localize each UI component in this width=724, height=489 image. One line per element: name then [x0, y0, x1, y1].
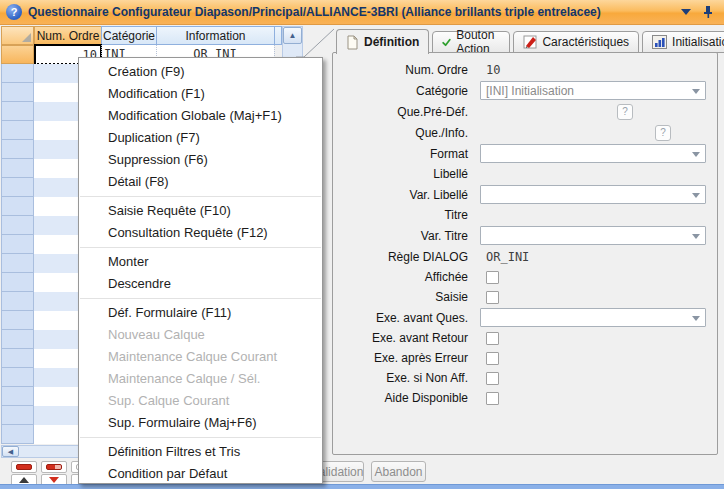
num-ordre-label: Num. Ordre — [340, 63, 480, 77]
menu-item-sup-formulaire[interactable]: Sup. Formulaire (Maj+F6) — [79, 412, 322, 434]
menu-item-modification[interactable]: Modification (F1) — [79, 83, 322, 105]
menu-separator — [80, 196, 321, 197]
form-row-exe-avant-retour: Exe. avant Retour — [340, 328, 712, 348]
form-row-aide-disponible: Aide Disponible — [340, 388, 712, 408]
menu-item-condition-par-defaut[interactable]: Condition par Défaut — [79, 463, 322, 485]
column-header-num-ordre[interactable]: Num. Ordre — [34, 26, 102, 45]
column-header-information[interactable]: Information — [156, 26, 275, 45]
affichee-checkbox[interactable] — [486, 271, 499, 284]
form-row-exe-apres-erreur: Exe. après Erreur — [340, 348, 712, 368]
combo-arrow-icon — [692, 316, 700, 321]
empty-row-selectors[interactable] — [1, 64, 34, 444]
format-label: Format — [340, 147, 480, 161]
menu-item-detail[interactable]: Détail (F8) — [79, 171, 322, 193]
menu-item-sup-calque-courant: Sup. Calque Courant — [79, 390, 322, 412]
help-icon[interactable]: ? — [6, 4, 22, 20]
saisie-checkbox[interactable] — [486, 291, 499, 304]
column-header-categorie[interactable]: Catégorie — [101, 26, 157, 45]
menu-separator — [80, 437, 321, 438]
select-all-triangle-icon — [22, 33, 31, 42]
tab-caracteristiques[interactable]: Caractéristiques — [513, 31, 639, 53]
exe-avant-ques-label: Exe. avant Ques. — [340, 311, 480, 325]
form-row-titre: Titre — [340, 205, 712, 225]
form-row-libelle: Libellé — [340, 164, 712, 184]
menu-item-suppression[interactable]: Suppression (F6) — [79, 149, 322, 171]
context-menu: Création (F9) Modification (F1) Modifica… — [78, 57, 323, 484]
que-info-label: Que./Info. — [340, 126, 480, 140]
var-libelle-label: Var. Libellé — [340, 188, 480, 202]
combo-arrow-icon — [692, 193, 700, 198]
form-row-exe-avant-ques: Exe. avant Ques. — [340, 307, 712, 328]
titre-label: Titre — [340, 208, 480, 222]
abandon-button[interactable]: Abandon — [371, 461, 426, 482]
menu-item-maintenance-calque-sel: Maintenance Calque / Sél. — [79, 368, 322, 390]
check-icon — [442, 36, 451, 49]
definition-form: Num. Ordre 10 Catégorie [INI] Initialisa… — [340, 60, 712, 408]
tab-definition[interactable]: Définition — [336, 29, 429, 54]
form-row-regle-dialog: Règle DIALOG OR_INI — [340, 246, 712, 267]
menu-item-descendre[interactable]: Descendre — [79, 273, 322, 295]
red-bar-button[interactable] — [11, 461, 37, 473]
categorie-selected-value: [INI] Initialisation — [486, 84, 574, 98]
title-bar: ? Questionnaire Configurateur Diapason/P… — [0, 0, 724, 25]
menu-item-def-formulaire[interactable]: Déf. Formulaire (F11) — [79, 302, 322, 324]
aide-disponible-checkbox[interactable] — [486, 392, 499, 405]
form-row-var-titre: Var. Titre — [340, 225, 712, 246]
que-pre-def-label: Que.Pré-Déf. — [340, 105, 480, 119]
exe-si-non-aff-label: Exe. si Non Aff. — [340, 371, 480, 385]
partial-bar-icon — [46, 464, 62, 470]
saisie-label: Saisie — [340, 290, 480, 304]
bar-chart-icon — [652, 35, 667, 49]
var-libelle-select[interactable] — [480, 185, 706, 204]
pin-icon[interactable] — [703, 5, 714, 19]
form-row-categorie: Catégorie [INI] Initialisation — [340, 80, 712, 101]
window-title: Questionnaire Configurateur Diapason/Pri… — [28, 5, 601, 19]
exe-apres-erreur-checkbox[interactable] — [486, 352, 499, 365]
tab-initialisation[interactable]: Initialisation — [642, 31, 724, 53]
format-select[interactable] — [480, 144, 706, 163]
num-ordre-value: 10 — [480, 63, 500, 77]
tab-label: Initialisation — [672, 35, 724, 49]
menu-item-duplication[interactable]: Duplication (F7) — [79, 127, 322, 149]
menu-separator — [80, 298, 321, 299]
form-row-que-pre-def: Que.Pré-Déf. ? — [340, 101, 712, 122]
document-icon — [346, 35, 359, 50]
up-triangle-icon — [19, 477, 29, 483]
tab-label: Caractéristiques — [542, 35, 629, 49]
row-selector-active[interactable] — [1, 45, 34, 64]
menu-item-modification-globale[interactable]: Modification Globale (Maj+F1) — [79, 105, 322, 127]
menu-item-maintenance-calque-courant: Maintenance Calque Courant — [79, 346, 322, 368]
column-header-partial — [274, 26, 282, 45]
form-row-format: Format — [340, 143, 712, 164]
menu-item-consultation-requete[interactable]: Consultation Requête (F12) — [79, 222, 322, 244]
que-info-help-button[interactable]: ? — [655, 125, 671, 141]
panel-connector-line — [295, 26, 337, 60]
var-titre-select[interactable] — [480, 226, 706, 245]
exe-avant-retour-checkbox[interactable] — [486, 332, 499, 345]
exe-avant-ques-select[interactable] — [480, 308, 706, 327]
regle-dialog-value: OR_INI — [480, 250, 529, 264]
menu-item-saisie-requete[interactable]: Saisie Requête (F10) — [79, 200, 322, 222]
tab-label: Définition — [364, 35, 419, 49]
scroll-left-button[interactable]: ◀ — [2, 446, 19, 457]
aide-disponible-label: Aide Disponible — [340, 391, 480, 405]
form-row-num-ordre: Num. Ordre 10 — [340, 60, 712, 80]
tab-bouton-action[interactable]: Bouton Action — [432, 31, 510, 53]
full-bar-icon — [16, 464, 32, 470]
exe-avant-retour-label: Exe. avant Retour — [340, 331, 480, 345]
menu-item-nouveau-calque: Nouveau Calque — [79, 324, 322, 346]
grid-select-all-header[interactable] — [1, 26, 34, 45]
categorie-select[interactable]: [INI] Initialisation — [480, 81, 706, 100]
down-triangle-icon — [49, 477, 59, 483]
exe-si-non-aff-checkbox[interactable] — [486, 372, 499, 385]
var-titre-label: Var. Titre — [340, 229, 480, 243]
red-bar-partial-button[interactable] — [41, 461, 67, 473]
menu-item-definition-filtres-tris[interactable]: Définition Filtres et Tris — [79, 441, 322, 463]
menu-separator — [80, 247, 321, 248]
chevron-down-icon[interactable] — [681, 9, 691, 15]
que-pre-def-help-button[interactable]: ? — [617, 104, 633, 120]
combo-arrow-icon — [692, 152, 700, 157]
categorie-label: Catégorie — [340, 84, 480, 98]
menu-item-creation[interactable]: Création (F9) — [79, 61, 322, 83]
menu-item-monter[interactable]: Monter — [79, 251, 322, 273]
